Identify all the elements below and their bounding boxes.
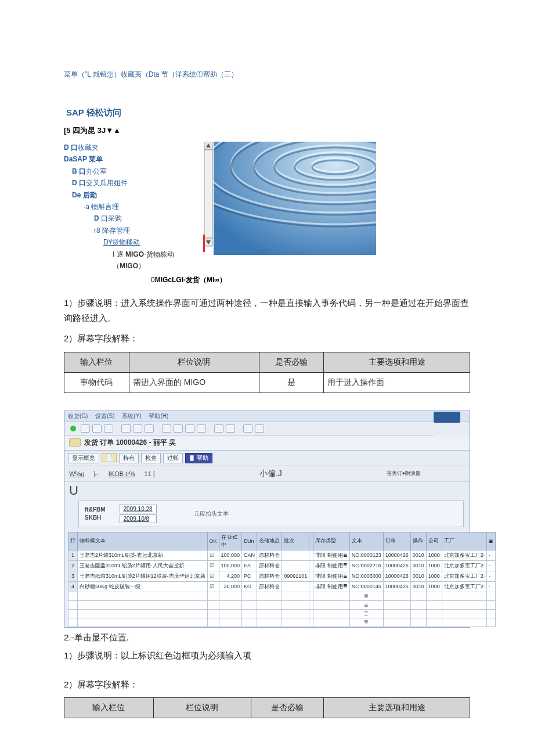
toolbar-button[interactable]: [162, 424, 171, 433]
tree-office[interactable]: B 口办公室: [72, 165, 197, 177]
subtitle-text: 发货 订单 10000426 - 丽平 吴: [84, 438, 176, 448]
toolbar-button[interactable]: [104, 424, 113, 433]
th-usage: 主要选项和用途: [324, 698, 470, 718]
doc-icon[interactable]: [69, 438, 81, 447]
migc-line: 0MIGcLGI-发货（MI∞）: [151, 275, 470, 285]
grid-row[interactable]: 4白砂糖50Kg 蛇皮破装一级30,000KG原材料仓非限 制使用≣NO:000…: [68, 581, 496, 592]
th: 公司: [426, 532, 442, 550]
btn-overview[interactable]: 显示概览: [68, 453, 99, 463]
grid-row[interactable]: 2王老吉圜盖310mL铝质2片罐用-人民大会堂新100,000EA原材料仓非限 …: [68, 560, 496, 571]
toolbar-button[interactable]: [243, 424, 252, 433]
toolbar-button[interactable]: [174, 424, 183, 433]
th-required: 是否必输: [251, 698, 324, 718]
header-values: 2009.10.28 2009.10/8: [120, 505, 157, 523]
ok-icon[interactable]: [70, 426, 76, 431]
toolbar-button[interactable]: [92, 424, 102, 433]
sap-mid-row: W%g ]⌐ IKOB tr% 11 [ 小偏.J 害美订●附浪髓: [64, 466, 470, 482]
mid-right: 害美订●附浪髓: [387, 470, 421, 477]
sap-item-grid: 行 物料框文本 OK 在 UnE 中 EUn 仓储地点 批次 库存类型 文本 订…: [68, 532, 466, 627]
btn-hold[interactable]: 持有: [119, 453, 139, 463]
water-ripple-svg: [214, 142, 376, 255]
step1-description: 1）步骤说明：进入系统操作界面可通过两种途径，一种是直接输入事务代码，另一种是通…: [64, 296, 470, 325]
th: EUn: [242, 532, 257, 550]
mid-left1: W%g: [69, 470, 84, 477]
step2-click: 2.-单击显不位置.: [64, 630, 470, 645]
sap-migo-screenshot: SAP 收货(G) 设置(S) 系统(Y) 帮助(H) 发货 订单 100004…: [64, 411, 470, 628]
tree-goods-movement[interactable]: D¥贷物移动: [103, 236, 197, 248]
th: 文本: [349, 532, 383, 550]
th: 操作: [410, 532, 426, 550]
grid-header-row: 行 物料框文本 OK 在 UnE 中 EUn 仓储地点 批次 库存类型 文本 订…: [68, 532, 496, 550]
ripple-image: [203, 142, 376, 255]
grid-row[interactable]: 1王老吉2片罐310mL铝质-丧运北京新100,000CAN原材料仓非限 制使用…: [68, 550, 496, 560]
u-mark: U: [69, 483, 465, 498]
th: 物料框文本: [78, 532, 208, 550]
menu-item[interactable]: 系统(Y): [122, 413, 141, 419]
th-input-field: 输入栏位: [64, 352, 129, 372]
cell: 是: [259, 372, 324, 393]
th: 行: [68, 532, 78, 550]
toolbar-button[interactable]: [255, 424, 264, 433]
header-note: 元应抬头文本: [194, 510, 229, 518]
menu-item[interactable]: 帮助(H): [149, 413, 168, 419]
tree-logistics[interactable]: De 后勤: [72, 189, 197, 201]
cell: 需进入界面的 MIGO: [129, 372, 259, 393]
th-field-desc: 栏位说明: [129, 352, 259, 372]
tree-migo[interactable]: I 逐 MIGO‧货物栋动（MlGO）: [113, 249, 197, 272]
svg-rect-2: [204, 150, 212, 238]
th-required: 是否必输: [259, 352, 324, 372]
sap-easy-access-title: SAP 轻松访问: [66, 107, 470, 118]
sap-subtitle: 发货 订单 10000426 - 丽平 吴: [64, 435, 470, 451]
header-labels: ft&FBM SKBH: [85, 506, 106, 522]
toolbar-button[interactable]: [197, 424, 206, 433]
tree-favorites[interactable]: D 口D 口收藏夹收藏夹: [64, 142, 197, 153]
mid-center: 小偏.J: [259, 469, 282, 479]
grid-row[interactable]: 3王老吉纸箱310mL铝质2片罐用12联装-吉庆华延北京新4,200PC原材料仓…: [68, 571, 496, 581]
th: 仓储地点: [257, 532, 282, 550]
nav-tree: D 口D 口收藏夹收藏夹 DaSAP 菜单 B 口办公室 D 口交叉瓜用姐件 D…: [64, 142, 197, 272]
tree-purchasing[interactable]: D 口采购: [94, 213, 197, 224]
toolbar-glyph-line: [5 四为昆 3J▼▲: [64, 125, 470, 136]
toolbar-button[interactable]: [145, 424, 154, 433]
toolbar-button[interactable]: [133, 424, 142, 433]
tree-materials-mgmt[interactable]: ·a 物斛言理: [84, 201, 197, 213]
th-field-desc: 栏位说明: [153, 698, 251, 718]
fields-explain-label-2: 2）屏幕字段解释：: [64, 677, 470, 692]
sap-toolbar: [64, 422, 434, 435]
th: 库存类型: [313, 532, 350, 550]
btn-post[interactable]: 过帐: [163, 453, 183, 463]
toolbar-button[interactable]: [185, 424, 194, 433]
tree-inventory-mgmt[interactable]: r8 降存管理: [94, 225, 197, 236]
post-date-input[interactable]: 2009.10/8: [120, 514, 157, 523]
header-data-box: ft&FBM SKBH 2009.10.28 2009.10/8 元应抬头文本: [78, 501, 464, 527]
sap-logo: SAP: [434, 412, 460, 423]
menu-item[interactable]: 设置(S): [95, 413, 114, 419]
th: OK: [207, 532, 219, 550]
menu-line: 菜单（"L 就钮怎）收藏夷（Dta 节（洋系统①帮助（三）: [64, 70, 470, 80]
mid-left2: IKOB tr%: [109, 470, 135, 477]
menu-item[interactable]: 收货(G): [68, 413, 88, 419]
th-usage: 主要选项和用途: [324, 352, 470, 372]
th-input-field: 输入栏位: [64, 698, 154, 718]
th: 工厂: [442, 532, 487, 550]
btn-folder[interactable]: 📄: [102, 453, 117, 462]
btn-check[interactable]: 检查: [141, 453, 161, 463]
tree-and-image-row: D 口D 口收藏夹收藏夹 DaSAP 菜单 B 口办公室 D 口交叉瓜用姐件 D…: [64, 142, 470, 272]
table-row: 事物代码 需进入界面的 MIGO 是 用于进入操作面: [64, 372, 470, 393]
btn-help[interactable]: ▋ 帮助: [185, 453, 212, 463]
th: ≣: [487, 532, 496, 550]
th: 订单: [383, 532, 410, 550]
sap-action-bar: 显示概览 📄 持有 检查 过帐 ▋ 帮助: [64, 451, 470, 466]
toolbar-button[interactable]: [226, 424, 235, 433]
toolbar-button[interactable]: [214, 424, 223, 433]
cell: 事物代码: [64, 372, 129, 393]
tree-cross-app[interactable]: D 口交叉瓜用姐件: [72, 177, 197, 189]
toolbar-button[interactable]: [121, 424, 131, 433]
sap-menubar: SAP 收货(G) 设置(S) 系统(Y) 帮助(H): [64, 411, 470, 422]
doc-date-input[interactable]: 2009.10.28: [120, 505, 157, 513]
fields-explain-label-1: 2）屏幕字段解释：: [64, 331, 470, 346]
toolbar-button[interactable]: [81, 424, 90, 433]
tree-sap-menu[interactable]: DaSAP 菜单: [64, 153, 197, 165]
mid-11: 11 [: [145, 470, 155, 477]
field-table-1: 输入栏位 栏位说明 是否必输 主要选项和用途 事物代码 需进入界面的 MIGO …: [64, 352, 470, 393]
